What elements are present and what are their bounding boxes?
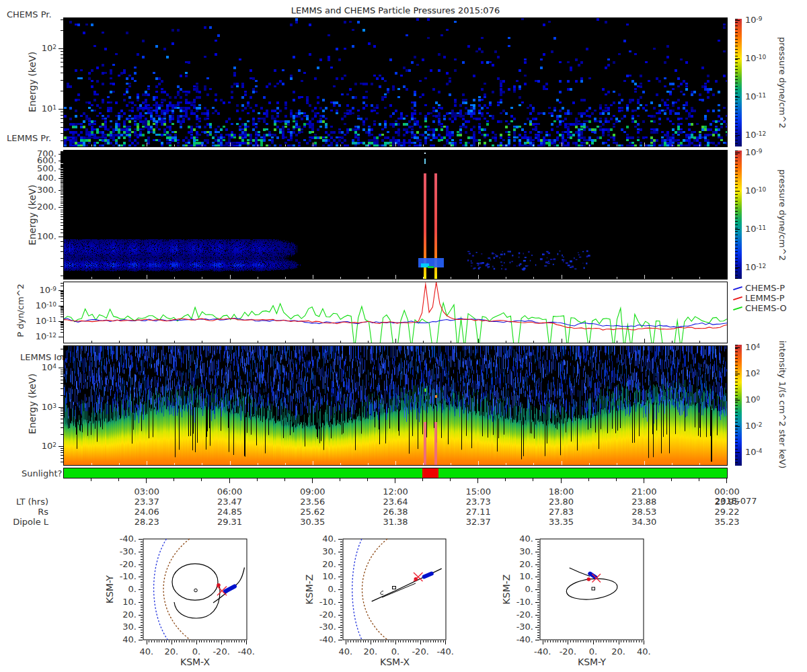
orbit-y-tick — [141, 575, 143, 575]
axis-row-value: 24.85 — [213, 507, 247, 517]
orbit-y-tick — [141, 587, 143, 587]
orbit-x-tick — [196, 640, 197, 644]
chems-spectrogram-canvas — [64, 18, 727, 146]
orbit-x-tick — [596, 640, 597, 642]
axis-tick — [61, 173, 63, 173]
axis-tick — [61, 308, 63, 309]
axis-tick — [61, 122, 63, 123]
colorbar-major-tick — [735, 135, 740, 136]
orbit-x-tick — [603, 640, 604, 642]
orbit-y-tick — [340, 579, 342, 580]
axis-tick — [61, 222, 63, 223]
axis-tick — [61, 324, 63, 325]
orbit-x-tick — [375, 640, 376, 642]
colorbar-major-tick — [735, 426, 740, 427]
orbit-y-tick — [141, 559, 143, 560]
time-tick — [174, 478, 174, 481]
orbit-y-tick — [537, 556, 539, 557]
colorbar-major-tick — [735, 452, 740, 453]
orbit-x-tick — [558, 640, 558, 642]
colorbar-tick-label: 10-11 — [745, 224, 766, 234]
time-tick — [367, 478, 368, 481]
orbit-y-tick-label: 10. — [308, 571, 336, 581]
orbit-y-tick — [141, 637, 143, 638]
axis-tick — [61, 162, 63, 163]
axis-tick — [61, 298, 63, 299]
orbit-x-tick — [365, 640, 366, 642]
axis-row-value: 25.62 — [296, 507, 330, 517]
orbit-y-tick — [537, 554, 539, 555]
axis-tick — [61, 152, 63, 153]
orbit-x-tick — [626, 640, 627, 642]
axis-tick — [61, 301, 63, 302]
axis-tick — [61, 450, 63, 451]
axis-tick — [61, 294, 63, 294]
axis-tick — [61, 118, 63, 119]
axis-tick — [61, 157, 63, 158]
axis-tick — [61, 196, 63, 197]
orbit-plot-xy — [143, 539, 247, 640]
orbit-y-tick — [141, 605, 143, 605]
orbit-y-tick — [338, 589, 342, 590]
orbit-y-tick — [537, 569, 539, 570]
axis-tick — [61, 286, 63, 286]
orbit-x-tick — [438, 640, 438, 642]
orbit-x-tick — [161, 640, 162, 642]
axis-tick — [61, 307, 63, 308]
orbit-y-tick — [340, 562, 342, 562]
axis-tick — [61, 241, 63, 242]
saturn-marker — [393, 587, 396, 589]
orbit-segment-highlight — [225, 587, 235, 592]
orbit-y-tick — [141, 610, 143, 610]
orbit-y-tick — [340, 622, 342, 623]
time-tick — [671, 478, 672, 481]
sunlight-bar — [63, 468, 728, 478]
orbit-x-tick — [353, 640, 354, 642]
orbit-x-tick — [234, 640, 235, 642]
axis-tick — [61, 30, 63, 31]
axis-row-value: 29.31 — [213, 517, 247, 527]
axis-row-value: 27.11 — [461, 507, 495, 517]
pressure-y-tick-label: 10-10 — [16, 300, 56, 310]
orbit-y-tick — [340, 595, 342, 595]
orbit-y-tick-label: -40. — [308, 634, 336, 644]
time-tick — [450, 478, 451, 481]
orbit-y-tick — [340, 599, 342, 600]
axis-tick — [61, 312, 63, 312]
axis-tick — [61, 295, 63, 296]
colorbar-tick-label: 104 — [745, 342, 760, 352]
axis-tick — [61, 160, 63, 161]
axis-tick — [61, 216, 63, 217]
axis-tick — [61, 80, 63, 81]
axis-tick — [61, 155, 63, 156]
axis-tick — [61, 219, 63, 220]
orbit-x-tick — [555, 640, 556, 642]
axis-tick — [59, 446, 63, 447]
orbit-x-tick — [381, 640, 381, 642]
time-tick-label: 15:00 — [461, 487, 495, 497]
orbit-y-tick — [340, 559, 342, 560]
axis-tick — [61, 198, 63, 198]
lemms-y-tick-label: 500. — [16, 163, 56, 173]
figure: LEMMS and CHEMS Particle Pressures 2015:… — [0, 0, 807, 672]
orbit-y-tick — [537, 637, 539, 638]
orbit-y-tick — [537, 610, 539, 610]
orbit-y-tick — [141, 544, 143, 545]
axis-tick — [61, 167, 63, 167]
axis-tick — [61, 166, 63, 167]
orbit-y-tick-label: -30. — [505, 622, 533, 632]
time-tick — [699, 478, 699, 481]
orbit-hook — [381, 591, 383, 595]
orbit-y-tick — [537, 607, 539, 607]
axis-tick — [61, 172, 63, 173]
orbit-y-tick — [535, 539, 539, 540]
orbit-y-tick — [340, 554, 342, 555]
axis-tick — [61, 192, 63, 192]
orbit-y-tick — [537, 544, 539, 545]
orbit-x-tick — [217, 640, 217, 642]
ions-spectrogram-canvas — [64, 346, 727, 465]
colorbar-major-tick — [735, 20, 740, 21]
time-tick-label: 12:00 — [379, 487, 412, 497]
axis-row-value: 27.83 — [545, 507, 578, 517]
orbit-x-tick — [246, 640, 247, 644]
